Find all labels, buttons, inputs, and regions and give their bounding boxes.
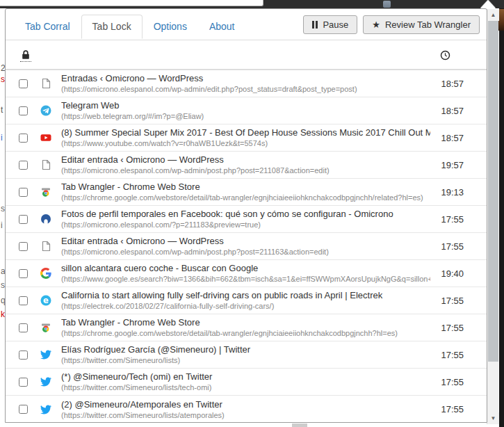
table-row[interactable]: e California to start allowing fully sel… xyxy=(6,287,487,314)
lock-checkbox-cell xyxy=(19,79,28,88)
omicrono-favicon-icon xyxy=(40,214,51,225)
table-row[interactable]: Tab Wrangler - Chrome Web Store (https:/… xyxy=(6,314,487,341)
scrollbar-down-arrow-icon[interactable]: ▼ xyxy=(487,412,499,424)
tab-title: Entradas ‹ Omicrono — WordPress xyxy=(61,73,430,84)
pause-button-label: Pause xyxy=(323,19,348,30)
lock-checkbox-cell xyxy=(19,188,28,197)
table-row[interactable]: Entradas ‹ Omicrono — WordPress (https:/… xyxy=(6,70,487,97)
lock-checkbox[interactable] xyxy=(19,134,28,143)
lock-checkbox-cell xyxy=(19,161,28,170)
tab-title: Tab Wrangler - Chrome Web Store xyxy=(61,317,430,328)
tab-last-active-time: 19:13 xyxy=(434,187,464,198)
tab-last-active-time: 17:55 xyxy=(434,241,464,252)
twitter-favicon-icon xyxy=(40,404,51,415)
webstore-favicon-icon xyxy=(40,322,51,333)
tab-url: (https://omicrono.elespanol.com/wp-admin… xyxy=(61,247,430,257)
tab-url: (https://omicrono.elespanol.com/wp-admin… xyxy=(61,84,430,94)
tab-last-active-time: 19:57 xyxy=(434,160,464,170)
table-row[interactable]: (2) @Simeneuro/Atemporales en Twitter (h… xyxy=(6,396,487,423)
screen: 2stisiasqk ▲ ▼ Tab CorralTab LockOptions… xyxy=(0,0,504,427)
table-row[interactable]: Telegram Web (https://web.telegram.org/#… xyxy=(6,97,487,124)
background-bottom-fragment xyxy=(292,424,307,427)
tab-url: (https://twitter.com/Simeneuro/lists/tec… xyxy=(61,382,430,392)
scrollbar-thumb[interactable] xyxy=(488,21,498,362)
tab-last-active-time: 18:57 xyxy=(434,133,464,143)
table-row[interactable]: Editar entrada ‹ Omicrono — WordPress (h… xyxy=(6,233,487,260)
electrek-favicon-icon: e xyxy=(40,295,51,306)
background-page-left-strip: 2stisiasqk xyxy=(0,8,5,423)
tab-title: Editar entrada ‹ Omicrono — WordPress xyxy=(61,236,430,247)
omnibox-bottom-edge xyxy=(0,0,263,6)
lock-checkbox[interactable] xyxy=(19,215,28,224)
table-row[interactable]: Fotos de perfil temporales en Facebook: … xyxy=(6,206,487,233)
scrollbar-up-arrow-icon[interactable]: ▲ xyxy=(487,9,499,21)
lock-checkbox-cell xyxy=(19,242,28,251)
tab-url: (https://omicrono.elespanol.com/?p=21118… xyxy=(61,220,430,229)
review-button-label: Review Tab Wrangler xyxy=(385,19,471,30)
tab-tab-corral[interactable]: Tab Corral xyxy=(14,15,81,39)
tab-last-active-time: 17:55 xyxy=(434,296,464,306)
tab-url: (https://twitter.com/Simeneuro/lists/ate… xyxy=(61,410,430,420)
lock-checkbox[interactable] xyxy=(19,242,28,251)
background-text-fragment: i xyxy=(1,134,3,142)
page-favicon-icon xyxy=(40,159,51,170)
lock-checkbox-cell xyxy=(19,215,28,224)
tab-about[interactable]: About xyxy=(198,15,246,39)
background-text-fragment: t xyxy=(1,106,3,114)
lock-checkbox[interactable] xyxy=(19,161,28,170)
table-header xyxy=(6,40,487,70)
star-icon: ★ xyxy=(372,20,380,29)
page-scrollbar[interactable]: ▲ ▼ xyxy=(487,9,498,424)
background-page-right-strip xyxy=(499,8,504,427)
pause-button[interactable]: Pause xyxy=(303,15,357,34)
tab-url: (https://www.google.es/search?biw=1366&b… xyxy=(61,274,430,284)
pause-icon xyxy=(312,21,318,29)
youtube-favicon-icon xyxy=(40,132,51,143)
tab-table-body: Entradas ‹ Omicrono — WordPress (https:/… xyxy=(6,70,487,423)
tab-last-active-time: 17:55 xyxy=(434,377,464,387)
lock-checkbox[interactable] xyxy=(19,351,28,360)
tab-title: (2) @Simeneuro/Atemporales en Twitter xyxy=(61,399,430,410)
lock-checkbox-cell xyxy=(19,378,28,387)
lock-checkbox[interactable] xyxy=(19,79,28,88)
lock-checkbox[interactable] xyxy=(19,378,28,387)
lock-checkbox-cell xyxy=(19,269,28,278)
lock-checkbox[interactable] xyxy=(19,323,28,332)
nav-bar: Tab CorralTab LockOptionsAbout Pause ★ R… xyxy=(6,9,487,40)
lock-checkbox[interactable] xyxy=(19,269,28,278)
tab-last-active-time: 17:55 xyxy=(434,350,464,360)
table-row[interactable]: (*) @Simeneuro/Tech (omi) en Twitter (ht… xyxy=(6,369,487,396)
twitter-favicon-icon xyxy=(40,349,51,360)
tab-options[interactable]: Options xyxy=(143,15,198,39)
lock-checkbox[interactable] xyxy=(19,106,28,115)
tab-last-active-time: 17:55 xyxy=(434,214,464,225)
telegram-favicon-icon xyxy=(40,105,51,116)
tab-url: (https://twitter.com/Simeneuro/lists) xyxy=(61,355,430,365)
table-row[interactable]: Elías Rodríguez García (@Simeneuro) | Tw… xyxy=(6,341,487,369)
lock-checkbox-cell xyxy=(19,106,28,115)
lock-checkbox[interactable] xyxy=(19,405,28,414)
table-row[interactable]: sillon alcantara cuero coche - Buscar co… xyxy=(6,260,487,287)
lock-checkbox[interactable] xyxy=(19,296,28,305)
tab-title: Fotos de perfil temporales en Facebook: … xyxy=(61,209,430,220)
table-row[interactable]: Editar entrada ‹ Omicrono — WordPress (h… xyxy=(6,152,487,179)
webstore-favicon-icon xyxy=(40,186,51,198)
tab-title: Editar entrada ‹ Omicrono — WordPress xyxy=(61,154,430,166)
browser-toolbar xyxy=(0,0,504,8)
table-row[interactable]: (8) Summer Special Super Mix 2017 - Best… xyxy=(6,124,487,152)
tab-wrangler-popup: Tab CorralTab LockOptionsAbout Pause ★ R… xyxy=(5,8,487,423)
google-favicon-icon xyxy=(40,268,51,279)
lock-checkbox-cell xyxy=(19,134,28,143)
tab-url: (https://www.youtube.com/watch?v=r0haWB1… xyxy=(61,138,430,148)
svg-text:e: e xyxy=(43,296,49,305)
tab-tab-lock[interactable]: Tab Lock xyxy=(81,15,143,39)
review-button[interactable]: ★ Review Tab Wrangler xyxy=(363,15,480,34)
table-row[interactable]: Tab Wrangler - Chrome Web Store (https:/… xyxy=(6,179,487,206)
lock-checkbox[interactable] xyxy=(19,188,28,197)
tab-title: (8) Summer Special Super Mix 2017 - Best… xyxy=(61,127,430,138)
lock-checkbox-cell xyxy=(19,405,28,414)
time-column-header-icon xyxy=(440,50,450,61)
page-favicon-icon xyxy=(40,78,51,89)
tab-url: (https://electrek.co/2018/02/27/californ… xyxy=(61,301,430,311)
lock-checkbox-cell xyxy=(19,351,28,360)
